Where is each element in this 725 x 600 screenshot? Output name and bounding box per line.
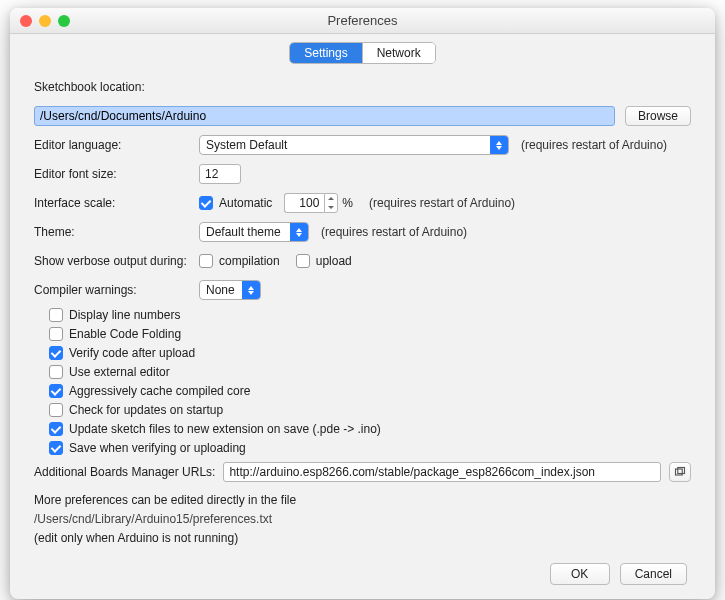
restart-hint-2: (requires restart of Arduino): [369, 196, 515, 210]
option-checkbox-4[interactable]: Aggressively cache compiled core: [49, 384, 691, 398]
font-size-label: Editor font size:: [34, 167, 199, 181]
compilation-label: compilation: [219, 254, 280, 268]
window-controls: [20, 15, 70, 27]
content-area: Sketchbook location: Browse Editor langu…: [10, 70, 715, 585]
editor-language-select[interactable]: System Default: [199, 135, 509, 155]
tab-settings[interactable]: Settings: [290, 43, 361, 63]
option-label: Aggressively cache compiled core: [69, 384, 250, 398]
compiler-warnings-label: Compiler warnings:: [34, 283, 199, 297]
checkbox-icon: [49, 327, 63, 341]
theme-value: Default theme: [200, 225, 290, 239]
window-title: Preferences: [327, 13, 397, 28]
footer-note: More preferences can be edited directly …: [34, 491, 691, 549]
automatic-label: Automatic: [219, 196, 272, 210]
sketchbook-path-input[interactable]: [34, 106, 615, 126]
compiler-warnings-value: None: [200, 283, 242, 297]
checkbox-icon: [296, 254, 310, 268]
checkbox-icon: [49, 441, 63, 455]
compilation-checkbox[interactable]: compilation: [199, 254, 280, 268]
tab-network[interactable]: Network: [362, 43, 435, 63]
interface-scale-input[interactable]: [284, 193, 324, 213]
boards-url-input[interactable]: [223, 462, 661, 482]
checkbox-icon: [49, 422, 63, 436]
verbose-label: Show verbose output during:: [34, 254, 199, 268]
tab-segment: Settings Network: [289, 42, 435, 64]
restart-hint-3: (requires restart of Arduino): [321, 225, 467, 239]
footer-line-1: More preferences can be edited directly …: [34, 491, 691, 510]
option-checkbox-1[interactable]: Enable Code Folding: [49, 327, 691, 341]
preferences-window: Preferences Settings Network Sketchbook …: [10, 8, 715, 599]
percent-label: %: [342, 196, 353, 210]
interface-scale-stepper[interactable]: [284, 193, 338, 213]
svg-rect-0: [676, 469, 683, 475]
minimize-icon[interactable]: [39, 15, 51, 27]
option-label: Save when verifying or uploading: [69, 441, 246, 455]
option-label: Display line numbers: [69, 308, 180, 322]
option-label: Use external editor: [69, 365, 170, 379]
option-checkbox-2[interactable]: Verify code after upload: [49, 346, 691, 360]
options-checklist: Display line numbersEnable Code FoldingV…: [34, 308, 691, 455]
interface-scale-label: Interface scale:: [34, 196, 199, 210]
checkbox-icon: [49, 308, 63, 322]
compiler-warnings-select[interactable]: None: [199, 280, 261, 300]
svg-rect-1: [678, 468, 685, 474]
option-label: Check for updates on startup: [69, 403, 223, 417]
checkbox-icon: [49, 365, 63, 379]
font-size-input[interactable]: [199, 164, 241, 184]
option-checkbox-0[interactable]: Display line numbers: [49, 308, 691, 322]
option-checkbox-7[interactable]: Save when verifying or uploading: [49, 441, 691, 455]
ok-button[interactable]: OK: [550, 563, 610, 585]
zoom-icon[interactable]: [58, 15, 70, 27]
theme-select[interactable]: Default theme: [199, 222, 309, 242]
checkbox-icon: [49, 346, 63, 360]
browse-button[interactable]: Browse: [625, 106, 691, 126]
boards-url-expand-button[interactable]: [669, 462, 691, 482]
checkbox-icon: [199, 254, 213, 268]
stepper-buttons[interactable]: [324, 193, 338, 213]
option-checkbox-6[interactable]: Update sketch files to new extension on …: [49, 422, 691, 436]
preferences-file-path: /Users/cnd/Library/Arduino15/preferences…: [34, 510, 691, 529]
window-stack-icon: [674, 466, 686, 478]
close-icon[interactable]: [20, 15, 32, 27]
upload-checkbox[interactable]: upload: [296, 254, 352, 268]
restart-hint-1: (requires restart of Arduino): [521, 138, 667, 152]
checkbox-icon: [199, 196, 213, 210]
checkbox-icon: [49, 403, 63, 417]
theme-label: Theme:: [34, 225, 199, 239]
editor-language-value: System Default: [200, 138, 490, 152]
chevron-updown-icon: [490, 136, 508, 154]
automatic-checkbox[interactable]: Automatic: [199, 196, 272, 210]
checkbox-icon: [49, 384, 63, 398]
option-label: Verify code after upload: [69, 346, 195, 360]
tab-bar: Settings Network: [10, 34, 715, 70]
boards-url-label: Additional Boards Manager URLs:: [34, 465, 215, 479]
chevron-updown-icon: [242, 281, 260, 299]
titlebar: Preferences: [10, 8, 715, 34]
cancel-button[interactable]: Cancel: [620, 563, 687, 585]
footer-line-3: (edit only when Arduino is not running): [34, 529, 691, 548]
editor-language-label: Editor language:: [34, 138, 199, 152]
option-label: Enable Code Folding: [69, 327, 181, 341]
upload-label: upload: [316, 254, 352, 268]
option-label: Update sketch files to new extension on …: [69, 422, 381, 436]
chevron-updown-icon: [290, 223, 308, 241]
option-checkbox-3[interactable]: Use external editor: [49, 365, 691, 379]
option-checkbox-5[interactable]: Check for updates on startup: [49, 403, 691, 417]
dialog-buttons: OK Cancel: [34, 563, 691, 585]
sketchbook-label: Sketchbook location:: [34, 80, 145, 94]
